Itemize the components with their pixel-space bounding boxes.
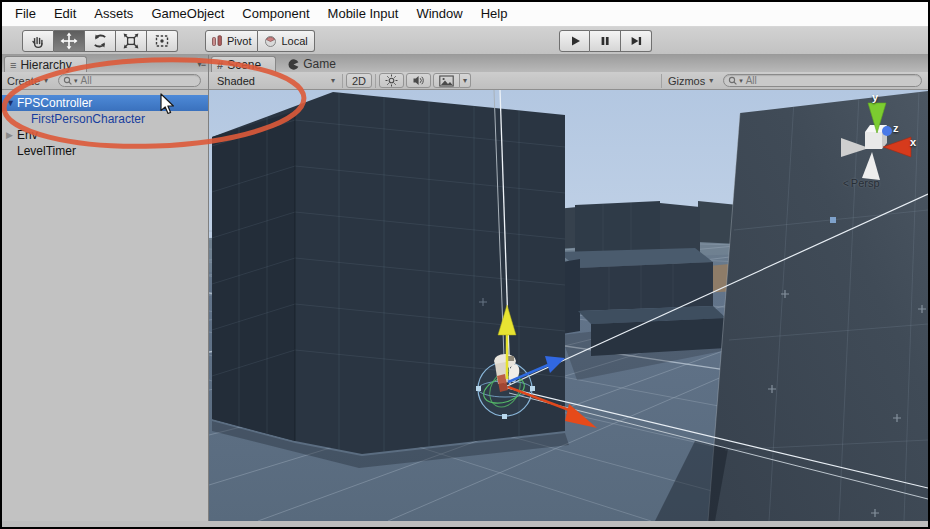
hierarchy-toolbar: Create ▾ ▾ All (2, 72, 208, 90)
caret-down-icon: ▾ (44, 76, 48, 85)
tab-game[interactable]: Game (276, 56, 346, 72)
play-icon (568, 34, 582, 48)
caret-down-icon: ▾ (331, 76, 335, 85)
create-label: Create (7, 75, 40, 87)
step-icon (629, 34, 643, 48)
axis-z-sphere (882, 126, 892, 136)
playback-group (559, 30, 652, 52)
pivot-label: Pivot (227, 35, 251, 47)
search-filter-caret-icon: ▾ (74, 77, 78, 85)
move-tool-button[interactable] (54, 30, 85, 52)
hierarchy-item-fpscontroller[interactable]: ▼ FPSController (2, 95, 208, 111)
scale-icon (122, 32, 140, 50)
tool-group (22, 30, 178, 52)
caret-down-icon: ▾ (709, 76, 713, 85)
rotate-tool-button[interactable] (85, 30, 116, 52)
scene-viewport[interactable]: y z x <Persp (209, 90, 928, 521)
audio-toggle-button[interactable] (406, 73, 431, 88)
sun-icon (385, 74, 398, 87)
local-icon (264, 35, 277, 48)
tab-hierarchy[interactable]: ≡ Hierarchy (4, 56, 87, 72)
hierarchy-tab-bar: ≡ Hierarchy ▾≡ (2, 55, 208, 72)
separator (375, 74, 376, 88)
pause-button[interactable] (590, 30, 621, 52)
hierarchy-list-icon: ≡ (10, 59, 16, 71)
gizmos-dropdown[interactable]: Gizmos ▾ (664, 73, 717, 88)
menu-gameobject[interactable]: GameObject (142, 2, 233, 26)
menu-edit[interactable]: Edit (45, 2, 85, 26)
hierarchy-tree: ▼ FPSController FirstPersonCharacter ▶ E… (2, 90, 208, 521)
effects-dropdown-caret[interactable]: ▾ (460, 73, 471, 88)
toggle-2d-button[interactable]: 2D (346, 73, 372, 88)
hierarchy-item-label: LevelTimer (17, 144, 76, 158)
scene-toolbar: Shaded ▾ 2D (209, 72, 928, 90)
menu-file[interactable]: File (6, 2, 45, 26)
image-icon (439, 75, 454, 87)
main-toolbar: Pivot Local (2, 27, 928, 55)
main-area: ≡ Hierarchy ▾≡ Create ▾ ▾ All (2, 55, 928, 521)
expand-triangle-icon[interactable]: ▼ (6, 98, 17, 108)
hierarchy-item-label: Env (17, 128, 38, 142)
pause-icon (598, 34, 612, 48)
panel-menu-icon[interactable]: ▾≡ (197, 59, 205, 69)
shading-mode-dropdown[interactable]: Shaded ▾ (212, 72, 340, 89)
hand-icon (29, 33, 47, 50)
pivot-toggle-button[interactable]: Pivot (205, 30, 258, 52)
rect-tool-icon (153, 32, 171, 50)
lighting-toggle-button[interactable] (379, 73, 404, 88)
shading-mode-label: Shaded (217, 75, 255, 87)
step-button[interactable] (621, 30, 652, 52)
vertex-handle (830, 217, 836, 223)
separator (342, 74, 343, 88)
menu-bar: File Edit Assets GameObject Component Mo… (2, 2, 928, 27)
hierarchy-item-env[interactable]: ▶ Env (2, 127, 208, 143)
local-toggle-button[interactable]: Local (258, 30, 314, 52)
menu-assets[interactable]: Assets (85, 2, 142, 26)
scene-search-input[interactable]: ▾ All (723, 74, 922, 87)
unity-editor-window: File Edit Assets GameObject Component Mo… (0, 0, 930, 529)
search-filter-caret-icon: ▾ (739, 77, 743, 85)
hierarchy-tab-label: Hierarchy (20, 58, 71, 72)
right-wall (708, 90, 928, 521)
scene-grid-icon: # (217, 59, 223, 71)
pivot-local-group: Pivot Local (205, 30, 315, 52)
hierarchy-item-label: FirstPersonCharacter (31, 112, 145, 126)
caret-down-icon: ▾ (463, 76, 467, 85)
game-tab-label: Game (303, 57, 336, 71)
gizmos-label: Gizmos (668, 75, 705, 87)
scene-tab-bar: # Scene Game (209, 55, 928, 72)
hierarchy-item-firstpersoncharacter[interactable]: FirstPersonCharacter (2, 111, 208, 127)
hierarchy-search-placeholder: All (81, 75, 92, 86)
speaker-icon (412, 74, 425, 87)
hierarchy-item-leveltimer[interactable]: LevelTimer (2, 143, 208, 159)
2d-label: 2D (352, 75, 366, 87)
pivot-icon (212, 35, 223, 47)
gizmo-cube (865, 132, 882, 149)
local-label: Local (281, 35, 307, 47)
persp-arrow-icon: < (843, 178, 849, 189)
bottom-strip (2, 521, 928, 527)
collapse-triangle-icon[interactable]: ▶ (6, 130, 17, 140)
hierarchy-item-label: FPSController (17, 96, 92, 110)
rotate-icon (91, 32, 109, 50)
hierarchy-panel: ≡ Hierarchy ▾≡ Create ▾ ▾ All (2, 55, 208, 521)
scene-panel: # Scene Game Shaded ▾ 2D (209, 55, 928, 521)
scale-tool-button[interactable] (116, 30, 147, 52)
menu-component[interactable]: Component (233, 2, 318, 26)
move-icon (60, 32, 78, 50)
hand-tool-button[interactable] (22, 30, 54, 52)
search-icon (728, 76, 738, 86)
search-icon (63, 76, 73, 86)
tab-scene[interactable]: # Scene (211, 56, 276, 72)
create-button[interactable]: Create ▾ (5, 73, 52, 88)
perspective-toggle-label[interactable]: <Persp (843, 177, 880, 189)
hierarchy-search-input[interactable]: ▾ All (58, 74, 201, 87)
menu-mobile-input[interactable]: Mobile Input (319, 2, 408, 26)
play-button[interactable] (559, 30, 590, 52)
menu-window[interactable]: Window (407, 2, 471, 26)
scene-3d-render (209, 90, 928, 521)
menu-help[interactable]: Help (472, 2, 517, 26)
rect-tool-button[interactable] (147, 30, 178, 52)
scene-tab-label: Scene (227, 58, 261, 72)
effects-toggle-button[interactable] (433, 73, 460, 88)
